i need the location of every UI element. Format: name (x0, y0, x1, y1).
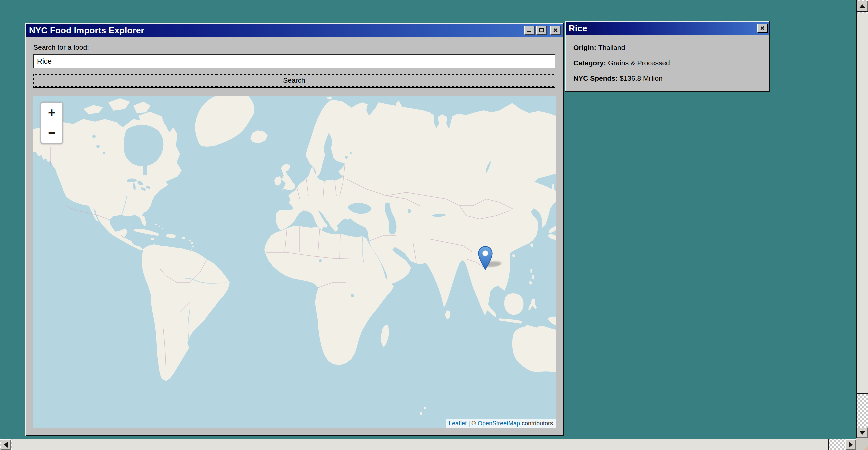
zoom-in-button[interactable]: + (41, 103, 62, 123)
map-pin-icon[interactable] (478, 246, 493, 270)
info-label: NYC Spends: (573, 74, 618, 82)
close-icon (760, 26, 765, 31)
main-window: NYC Food Imports Explorer Search for a f… (25, 23, 564, 436)
info-label: Category: (573, 59, 606, 67)
info-row-spend: NYC Spends:$136.8 Million (573, 74, 762, 83)
close-button[interactable] (550, 26, 561, 35)
info-row-origin: Origin:Thailand (573, 44, 762, 52)
scroll-right-icon (849, 442, 853, 448)
vertical-scrollbar[interactable] (856, 0, 868, 438)
copyright-symbol: © (472, 420, 476, 427)
close-icon (553, 28, 558, 33)
scroll-left-button[interactable] (1, 439, 11, 450)
info-value: $136.8 Million (620, 74, 663, 82)
maximize-button[interactable] (536, 26, 547, 35)
attribution: Leaflet | © OpenStreetMap contributors (446, 419, 556, 428)
maximize-icon (539, 28, 544, 33)
info-value: Thailand (598, 44, 625, 51)
scroll-down-button[interactable] (857, 428, 868, 438)
world-map-tiles (33, 96, 556, 428)
window-title: NYC Food Imports Explorer (26, 25, 144, 36)
attribution-suffix: contributors (522, 420, 553, 427)
continent-shapes (33, 96, 556, 415)
info-label: Origin: (573, 44, 596, 51)
attribution-separator: | (468, 420, 470, 427)
info-title-bar[interactable]: Rice (565, 22, 769, 35)
desktop: { "desktop": { "background_color": "#377… (0, 0, 868, 450)
map[interactable]: + − Leaflet | © OpenStree (33, 96, 556, 428)
horizontal-scrollbar[interactable] (0, 439, 856, 450)
info-row-category: Category:Grains & Processed (573, 59, 762, 68)
openstreetmap-link[interactable]: OpenStreetMap (477, 420, 520, 427)
scroll-right-button[interactable] (845, 439, 856, 450)
minimize-icon (527, 28, 532, 33)
info-window: Rice Origin:Thailand Category:Grains & P… (565, 21, 770, 92)
scroll-left-icon (4, 442, 8, 448)
minimize-button[interactable] (524, 26, 535, 35)
search-label: Search for a food: (33, 43, 555, 51)
scroll-down-icon (859, 431, 865, 435)
info-window-title: Rice (565, 23, 587, 34)
info-close-button[interactable] (757, 24, 767, 32)
leaflet-link[interactable]: Leaflet (448, 420, 467, 427)
scroll-up-button[interactable] (857, 1, 868, 11)
horizontal-scroll-thumb[interactable] (12, 439, 829, 450)
scroll-up-icon (859, 4, 865, 8)
vertical-scroll-thumb[interactable] (857, 13, 868, 394)
scrollbar-corner (856, 438, 868, 450)
zoom-out-button[interactable]: − (41, 123, 62, 143)
search-button[interactable]: Search (33, 74, 555, 87)
map-zoom-control: + − (40, 102, 63, 144)
main-title-bar[interactable]: NYC Food Imports Explorer (26, 24, 563, 37)
search-input[interactable] (33, 54, 555, 68)
info-value: Grains & Processed (608, 59, 670, 67)
